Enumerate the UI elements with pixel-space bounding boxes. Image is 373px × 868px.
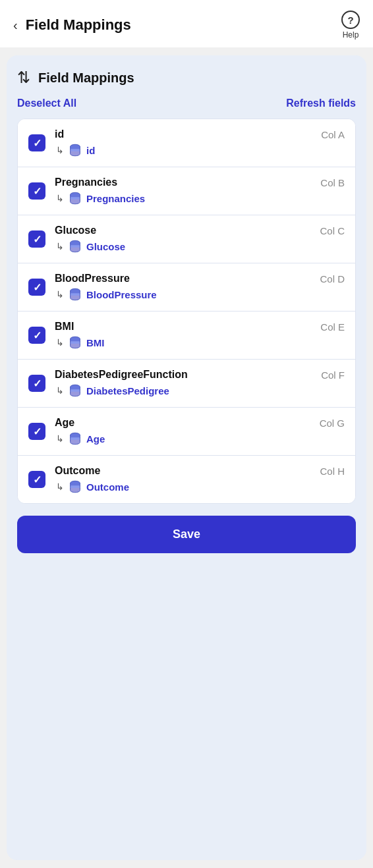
field-row-glucose[interactable]: ✓GlucoseCol C↳ Glucose	[18, 215, 355, 263]
save-button[interactable]: Save	[17, 516, 356, 553]
field-info-id: idCol A↳ id	[55, 128, 345, 157]
col-label-bloodpressure: Col D	[320, 273, 345, 285]
col-label-bmi: Col E	[320, 321, 345, 333]
arrow-icon-bmi: ↳	[56, 337, 64, 348]
checkbox-diabetespedigreefunction[interactable]: ✓	[28, 375, 45, 392]
card-title: Field Mappings	[38, 70, 134, 86]
field-name-text-age: Age	[55, 417, 74, 429]
field-name-text-pregnancies: Pregnancies	[55, 176, 117, 188]
help-button[interactable]: ? Help	[341, 11, 360, 40]
field-mapping-bloodpressure: ↳ BloodPressure	[55, 287, 345, 302]
arrow-icon-glucose: ↳	[56, 241, 64, 252]
field-row-pregnancies[interactable]: ✓PregnanciesCol B↳ Pregnancies	[18, 167, 355, 215]
field-info-diabetespedigreefunction: DiabetesPedigreeFunctionCol F↳ DiabetesP…	[55, 369, 345, 398]
mapped-field-name-bmi: BMI	[86, 337, 105, 348]
col-label-id: Col A	[321, 129, 345, 140]
refresh-fields-button[interactable]: Refresh fields	[286, 97, 356, 109]
field-info-pregnancies: PregnanciesCol B↳ Pregnancies	[55, 176, 345, 205]
checkbox-id[interactable]: ✓	[28, 134, 45, 151]
field-name-row-age: AgeCol G	[55, 417, 345, 429]
col-label-outcome: Col H	[320, 466, 345, 477]
back-button[interactable]: ‹	[11, 15, 20, 36]
help-circle-icon: ?	[341, 11, 360, 29]
nav-left: ‹ Field Mappings	[11, 15, 131, 36]
field-name-row-bmi: BMICol E	[55, 321, 345, 333]
col-label-diabetespedigreefunction: Col F	[321, 369, 345, 381]
arrow-icon-outcome: ↳	[56, 481, 64, 492]
arrow-icon-age: ↳	[56, 433, 64, 444]
field-name-text-bmi: BMI	[55, 321, 74, 333]
main-card: ⇅ Field Mappings Deselect All Refresh fi…	[7, 55, 366, 860]
mapped-field-name-diabetespedigreefunction: DiabetesPedigree	[86, 385, 169, 396]
checkbox-age[interactable]: ✓	[28, 423, 45, 440]
field-name-text-outcome: Outcome	[55, 465, 100, 477]
field-name-text-glucose: Glucose	[55, 225, 96, 236]
field-name-row-glucose: GlucoseCol C	[55, 225, 345, 236]
arrow-icon-bloodpressure: ↳	[56, 289, 64, 300]
col-label-pregnancies: Col B	[320, 177, 345, 188]
field-row-diabetespedigreefunction[interactable]: ✓DiabetesPedigreeFunctionCol F↳ Diabetes…	[18, 360, 355, 408]
mapped-field-name-id: id	[86, 145, 95, 156]
field-name-row-diabetespedigreefunction: DiabetesPedigreeFunctionCol F	[55, 369, 345, 381]
field-row-bloodpressure[interactable]: ✓BloodPressureCol D↳ BloodPressure	[18, 263, 355, 312]
db-icon-glucose	[68, 239, 82, 254]
db-icon-diabetespedigreefunction	[68, 383, 82, 398]
field-mapping-id: ↳ id	[55, 143, 345, 157]
col-label-age: Col G	[320, 418, 345, 429]
field-name-row-bloodpressure: BloodPressureCol D	[55, 273, 345, 285]
help-label: Help	[343, 30, 359, 40]
checkbox-pregnancies[interactable]: ✓	[28, 182, 45, 200]
mapped-field-name-outcome: Outcome	[86, 481, 129, 493]
mapped-field-name-bloodpressure: BloodPressure	[86, 289, 157, 300]
checkbox-outcome[interactable]: ✓	[28, 471, 45, 488]
arrow-icon-diabetespedigreefunction: ↳	[56, 385, 64, 396]
page-title: Field Mappings	[26, 16, 131, 34]
db-icon-outcome	[68, 479, 82, 494]
field-mapping-pregnancies: ↳ Pregnancies	[55, 191, 345, 205]
field-row-age[interactable]: ✓AgeCol G↳ Age	[18, 408, 355, 456]
swap-icon: ⇅	[17, 68, 30, 87]
field-row-id[interactable]: ✓idCol A↳ id	[18, 119, 355, 167]
field-mapping-outcome: ↳ Outcome	[55, 479, 345, 494]
field-info-outcome: OutcomeCol H↳ Outcome	[55, 465, 345, 494]
field-name-row-id: idCol A	[55, 128, 345, 140]
db-icon-bmi	[68, 335, 82, 350]
arrow-icon-pregnancies: ↳	[56, 193, 64, 203]
db-icon-pregnancies	[68, 191, 82, 205]
field-row-outcome[interactable]: ✓OutcomeCol H↳ Outcome	[18, 456, 355, 503]
field-name-row-outcome: OutcomeCol H	[55, 465, 345, 477]
field-mapping-age: ↳ Age	[55, 431, 345, 446]
field-info-glucose: GlucoseCol C↳ Glucose	[55, 225, 345, 254]
deselect-all-button[interactable]: Deselect All	[17, 97, 76, 109]
db-icon-age	[68, 431, 82, 446]
card-header: ⇅ Field Mappings	[17, 68, 356, 87]
field-info-age: AgeCol G↳ Age	[55, 417, 345, 446]
field-name-text-id: id	[55, 128, 64, 140]
checkbox-glucose[interactable]: ✓	[28, 231, 45, 248]
arrow-icon-id: ↳	[56, 145, 64, 155]
top-nav: ‹ Field Mappings ? Help	[0, 0, 373, 47]
field-mapping-diabetespedigreefunction: ↳ DiabetesPedigree	[55, 383, 345, 398]
db-icon-bloodpressure	[68, 287, 82, 302]
field-mapping-glucose: ↳ Glucose	[55, 239, 345, 254]
checkbox-bloodpressure[interactable]: ✓	[28, 279, 45, 296]
col-label-glucose: Col C	[320, 225, 345, 236]
mapped-field-name-pregnancies: Pregnancies	[86, 193, 145, 204]
field-name-row-pregnancies: PregnanciesCol B	[55, 176, 345, 188]
field-mapping-bmi: ↳ BMI	[55, 335, 345, 350]
field-row-bmi[interactable]: ✓BMICol E↳ BMI	[18, 312, 355, 360]
mapped-field-name-glucose: Glucose	[86, 241, 125, 252]
field-name-text-diabetespedigreefunction: DiabetesPedigreeFunction	[55, 369, 188, 381]
mapped-field-name-age: Age	[86, 433, 105, 445]
field-name-text-bloodpressure: BloodPressure	[55, 273, 130, 285]
field-list: ✓idCol A↳ id✓PregnanciesCol B↳ Pregnanci…	[17, 119, 356, 504]
field-info-bloodpressure: BloodPressureCol D↳ BloodPressure	[55, 273, 345, 302]
actions-row: Deselect All Refresh fields	[17, 97, 356, 109]
field-info-bmi: BMICol E↳ BMI	[55, 321, 345, 350]
db-icon-id	[68, 143, 82, 157]
checkbox-bmi[interactable]: ✓	[28, 327, 45, 344]
